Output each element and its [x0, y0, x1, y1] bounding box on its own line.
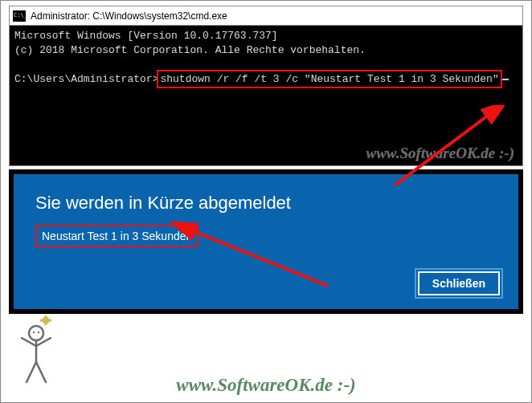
svg-rect-12 — [45, 323, 47, 325]
svg-rect-13 — [40, 320, 43, 322]
close-button[interactable]: Schließen — [418, 271, 500, 295]
footer: www.SoftwareOK.de :-) — [1, 375, 531, 396]
svg-point-2 — [29, 326, 43, 340]
footer-watermark: www.SoftwareOK.de :-) — [176, 375, 355, 395]
cmd-version-line: Microsoft Windows [Version 10.0.17763.73… — [14, 29, 518, 43]
dialog-container: Sie werden in Kürze abgemeldet Neustart … — [9, 169, 523, 314]
cmd-copyright-line: (c) 2018 Microsoft Corporation. Alle Rec… — [14, 43, 518, 58]
cmd-title-text: Administrator: C:\Windows\system32\cmd.e… — [31, 10, 227, 22]
cmd-prompt-line: C:\Users\Administrator>shutdown /r /f /t… — [14, 71, 518, 88]
cmd-command-highlight: shutdown /r /f /t 3 /c "Neustart Test 1 … — [158, 71, 500, 88]
signout-dialog: Sie werden in Kürze abgemeldet Neustart … — [14, 174, 518, 309]
cmd-prompt: C:\Users\Administrator> — [14, 73, 158, 85]
svg-line-0 — [190, 230, 328, 286]
cmd-body[interactable]: Microsoft Windows [Version 10.0.17763.73… — [10, 26, 522, 165]
dialog-message: Neustart Test 1 in 3 Sekunden — [35, 225, 198, 247]
svg-rect-14 — [49, 320, 51, 322]
cmd-titlebar[interactable]: Administrator: C:\Windows\system32\cmd.e… — [10, 6, 522, 26]
cmd-window: Administrator: C:\Windows\system32\cmd.e… — [9, 6, 523, 166]
dialog-title: Sie werden in Kürze abgemeldet — [35, 193, 497, 214]
svg-rect-11 — [45, 315, 47, 318]
cmd-icon — [13, 10, 26, 22]
cmd-command: shutdown /r /f /t 3 /c "Neustart Test 1 … — [160, 73, 498, 85]
cmd-cursor — [502, 79, 509, 80]
svg-point-4 — [38, 332, 39, 333]
svg-point-3 — [33, 332, 35, 333]
cmd-watermark: www.SoftwareOK.de :-) — [366, 145, 514, 162]
